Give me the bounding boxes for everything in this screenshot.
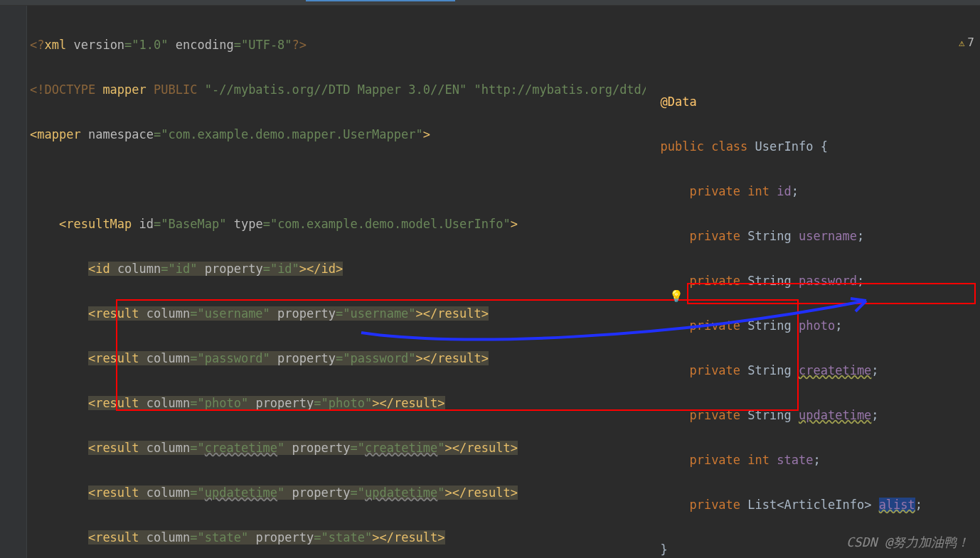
code-line[interactable]: private int state;	[646, 449, 980, 472]
code-line[interactable]: private String createtime;	[646, 360, 980, 382]
watermark: CSDN @努力加油鸭！	[846, 534, 969, 551]
warning-icon: ⚠	[959, 37, 964, 48]
code-area[interactable]: <?xml version="1.0" encoding="UTF-8"?> <…	[27, 6, 980, 558]
java-overlay-panel: @Data public class UserInfo { private in…	[646, 68, 980, 324]
code-line[interactable]: private String updatetime;	[646, 404, 980, 427]
editor-split: <?xml version="1.0" encoding="UTF-8"?> <…	[0, 6, 980, 558]
code-line[interactable]: <?xml version="1.0" encoding="UTF-8"?>	[30, 34, 980, 57]
warning-indicator[interactable]: ⚠7	[959, 31, 974, 55]
editor-tabs[interactable]	[0, 0, 980, 6]
code-line[interactable]: private String photo;	[646, 315, 980, 338]
code-line[interactable]: private int id;	[646, 181, 980, 203]
code-line[interactable]: private String username;	[646, 225, 980, 248]
intention-bulb-icon[interactable]: 💡	[669, 285, 683, 308]
gutter[interactable]	[0, 6, 27, 558]
code-line[interactable]: private List<ArticleInfo> alist;	[646, 494, 980, 517]
code-line[interactable]: private String password;	[646, 270, 980, 293]
warning-count: 7	[967, 36, 974, 49]
code-line[interactable]: public class UserInfo {	[646, 136, 980, 159]
active-tab-indicator	[306, 0, 455, 1]
code-line[interactable]: @Data	[646, 91, 980, 114]
